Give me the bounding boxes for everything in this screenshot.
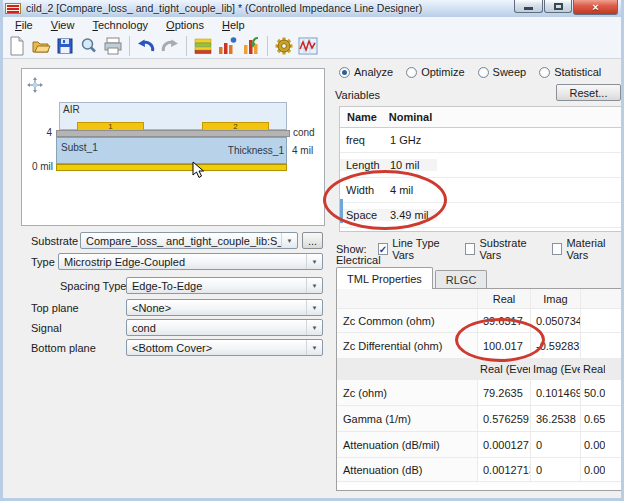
cross-section-panel[interactable]: AIR 1 2 4 cond Subst_1 Thickness_1 4 mil… bbox=[21, 68, 325, 226]
radio-icon bbox=[478, 67, 489, 78]
zoom-icon[interactable] bbox=[77, 34, 101, 58]
tab-tml-properties[interactable]: TML Properties bbox=[336, 267, 433, 289]
title-bar: cild_2 [Compare_loss_ and_tight_couple_l… bbox=[0, 0, 624, 18]
menu-options[interactable]: Options bbox=[157, 18, 213, 32]
type-value: Microstrip Edge-Coupled bbox=[59, 256, 306, 268]
cond-layer-label: cond bbox=[293, 127, 315, 138]
table-row[interactable]: Width 4 mil bbox=[340, 178, 622, 203]
save-icon[interactable] bbox=[53, 34, 77, 58]
var-name: Space bbox=[340, 209, 384, 221]
toolbar-separator bbox=[267, 36, 268, 56]
chevron-down-icon: ▼ bbox=[306, 254, 322, 269]
mouse-cursor bbox=[192, 161, 205, 179]
close-icon: × bbox=[592, 2, 598, 12]
radio-label: Sweep bbox=[493, 66, 527, 78]
table-row[interactable]: Space 3.49 mil bbox=[340, 203, 622, 228]
print-icon[interactable] bbox=[101, 34, 125, 58]
checkbox-material-vars[interactable]: Material Vars bbox=[552, 237, 621, 261]
substrate-value: Compare_loss_ and_tight_couple_lib:S_par… bbox=[81, 235, 281, 247]
bottom-plane-select[interactable]: <Bottom Cover> ▼ bbox=[126, 339, 323, 356]
analysis-mode-group: Analyze Optimize Sweep Statistical bbox=[339, 66, 601, 78]
header-cell bbox=[337, 289, 478, 308]
table-row[interactable]: Length 10 mil bbox=[340, 153, 622, 178]
var-value[interactable]: 1 GHz bbox=[384, 134, 437, 146]
table-row[interactable]: freq 1 GHz bbox=[340, 128, 622, 153]
row-label: Attenuation (dB) bbox=[337, 458, 478, 481]
row-label: Gamma (1/m) bbox=[337, 406, 478, 431]
menu-technology[interactable]: Technology bbox=[83, 18, 157, 32]
header-cell bbox=[337, 359, 478, 379]
radio-sweep[interactable]: Sweep bbox=[478, 66, 527, 78]
substrate-select[interactable]: Compare_loss_ and_tight_couple_lib:S_par… bbox=[80, 232, 298, 249]
cond-height-label: 4 bbox=[32, 127, 52, 138]
move-cursor-icon bbox=[27, 77, 43, 93]
signal-select[interactable]: cond ▼ bbox=[126, 319, 323, 336]
cell-value: 0.0507345 bbox=[531, 309, 581, 332]
checkbox-substrate-vars[interactable]: Substrate Vars bbox=[465, 237, 541, 261]
clipped-table-row bbox=[337, 482, 623, 485]
table-row: Gamma (1/m) 0.576259 36.2538 0.651 bbox=[337, 406, 623, 432]
spacing-type-select[interactable]: Edge-To-Edge ▼ bbox=[126, 277, 323, 294]
cell-value: 39.6317 bbox=[478, 309, 531, 332]
table-header-row: Real (Even) Imag (Even) Real ( bbox=[337, 359, 623, 380]
col-header-nominal: Nominal bbox=[384, 111, 437, 123]
variables-table: Name Nominal freq 1 GHz Length 10 mil Wi… bbox=[339, 106, 623, 232]
undo-icon[interactable] bbox=[134, 34, 158, 58]
toolbar-separator bbox=[129, 36, 130, 56]
type-label: Type bbox=[31, 256, 55, 268]
cell-value: 0.00127135 bbox=[478, 458, 531, 481]
radio-icon bbox=[406, 67, 417, 78]
menu-bar: File View Technology Options Help bbox=[0, 17, 624, 33]
bottom-ground-layer[interactable] bbox=[56, 164, 287, 171]
substrate-name-label: Subst_1 bbox=[61, 142, 98, 153]
minimize-button[interactable] bbox=[514, 0, 543, 13]
radio-statistical[interactable]: Statistical bbox=[539, 66, 601, 78]
cond-layer[interactable] bbox=[56, 130, 290, 137]
menu-help[interactable]: Help bbox=[213, 18, 254, 32]
app-window: cild_2 [Compare_loss_ and_tight_couple_l… bbox=[0, 0, 624, 501]
header-cell: Real (Even) bbox=[478, 359, 531, 379]
checkbox-label: Substrate Vars bbox=[479, 237, 540, 261]
top-plane-value: <None> bbox=[127, 302, 306, 314]
menu-file[interactable]: File bbox=[6, 18, 42, 32]
var-value[interactable]: 10 mil bbox=[384, 159, 437, 171]
cell-value: 0.576259 bbox=[478, 406, 531, 431]
substrate-label: Substrate bbox=[31, 235, 78, 247]
optimize-chart-icon[interactable] bbox=[215, 34, 239, 58]
maximize-button[interactable] bbox=[544, 0, 572, 13]
plot-waveform-icon[interactable] bbox=[296, 34, 320, 58]
reset-button[interactable]: Reset... bbox=[556, 84, 621, 101]
radio-analyze[interactable]: Analyze bbox=[339, 66, 393, 78]
redo-icon[interactable] bbox=[158, 34, 182, 58]
app-icon bbox=[5, 3, 21, 14]
var-value[interactable]: 3.49 mil bbox=[384, 209, 437, 221]
layer-stack-icon[interactable] bbox=[191, 34, 215, 58]
variables-label: Variables bbox=[335, 89, 380, 101]
cell-value: 0 bbox=[531, 458, 581, 481]
row-label: Attenuation (dB/mil) bbox=[337, 432, 478, 457]
var-value[interactable]: 4 mil bbox=[384, 184, 437, 196]
signal-value: cond bbox=[127, 322, 306, 334]
header-cell: Real ( bbox=[581, 359, 605, 379]
cell-value: 0 bbox=[531, 432, 581, 457]
cell-value: 0.000 bbox=[581, 432, 605, 457]
sweep-chart-icon[interactable] bbox=[239, 34, 263, 58]
type-select[interactable]: Microstrip Edge-Coupled ▼ bbox=[58, 253, 323, 270]
tml-properties-table: Real Imag Zc Common (ohm) 39.6317 0.0507… bbox=[336, 288, 624, 491]
header-cell: Real bbox=[478, 289, 531, 308]
substrate-browse-button[interactable]: ... bbox=[302, 232, 323, 249]
open-icon[interactable] bbox=[29, 34, 53, 58]
var-name: Length bbox=[340, 159, 384, 171]
close-button[interactable]: × bbox=[573, 0, 618, 15]
new-icon[interactable] bbox=[5, 34, 29, 58]
checkbox-label: Line Type Vars bbox=[392, 237, 454, 261]
tab-rlgc[interactable]: RLGC bbox=[435, 270, 488, 289]
radio-optimize[interactable]: Optimize bbox=[406, 66, 464, 78]
table-row: Zc Differential (ohm) 100.017 -0.592832 bbox=[337, 333, 623, 359]
top-plane-select[interactable]: <None> ▼ bbox=[126, 299, 323, 316]
minimize-icon bbox=[524, 7, 533, 10]
electrical-label: Electrical bbox=[336, 254, 381, 266]
menu-view[interactable]: View bbox=[42, 18, 84, 32]
settings-gear-icon[interactable] bbox=[272, 34, 296, 58]
checkbox-line-type-vars[interactable]: ✓ Line Type Vars bbox=[378, 237, 454, 261]
